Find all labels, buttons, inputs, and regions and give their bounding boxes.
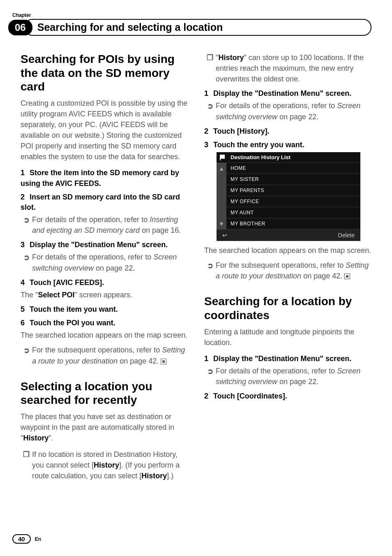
history-list: HOME MY SISTER MY PARENTS MY OFFICE MY A… [226,163,360,229]
screenshot-footer: ↩ Delete [217,229,360,241]
ref-text: For the subsequent operations, refer to … [32,345,188,366]
poi-sd-step-4-result: The "Select POI" screen appears. [21,290,188,300]
poi-sd-step-2: 2Insert an SD memory card into the SD ca… [21,192,188,213]
step-text: Display the "Destination Menu" screen. [213,354,351,363]
section-heading-coords: Searching for a location by coordinates [204,294,371,322]
poi-sd-step-1: 1Store the item into the SD memory card … [21,168,188,188]
scroll-up-icon[interactable]: ▲ [219,165,224,172]
list-item[interactable]: MY OFFICE [226,196,360,207]
step-text: Touch the item you want. [30,305,118,313]
poi-sd-step-4: 4Touch [AVIC FEEDS]. [21,278,188,288]
recent-step-1: 1Display the "Destination Menu" screen. [204,88,371,99]
poi-sd-step-3-ref: ➲ For details of the operations, refer t… [21,252,188,273]
step-text: Display the "Destination Menu" screen. [213,89,351,97]
step-text: Touch [Coordinates]. [213,392,287,400]
ref-text: For details of the operations, refer to … [216,100,371,122]
poi-sd-step-2-ref: ➲ For details of the operation, refer to… [21,214,188,236]
list-item[interactable]: MY PARENTS [226,185,360,196]
page-footer: 40 En [12,534,41,544]
step-text: Touch [AVIC FEEDS]. [30,278,104,287]
note-text: "History" can store up to 100 locations.… [216,52,371,84]
step-text: Insert an SD memory card into the SD car… [21,193,180,211]
recent-note-2: ❐ "History" can store up to 100 location… [204,52,371,84]
language-code: En [35,536,41,542]
poi-sd-step-6: 6Touch the POI you want. [21,318,188,328]
screenshot-title-bar: Destination History List [217,152,360,163]
note-icon: ❐ [204,52,216,84]
step-text: Touch the POI you want. [30,319,115,327]
step-text: Touch the entry you want. [213,141,304,149]
step-text: Display the "Destination Menu" screen. [30,241,168,249]
delete-button[interactable]: Delete [338,232,355,239]
goto-icon: ➲ [204,100,216,122]
ref-text: For details of the operation, refer to I… [32,214,188,236]
chapter-label: Chapter [12,12,371,18]
end-mark-icon: ■ [161,359,166,364]
coords-intro: Entering a latitude and longitude pinpoi… [204,327,371,348]
flag-icon [220,155,227,160]
poi-sd-step-3: 3Display the "Destination Menu" screen. [21,240,188,250]
ref-text: For details of the operations, refer to … [32,252,188,273]
goto-icon: ➲ [21,214,32,236]
ref-text: For the subsequent operations, refer to … [216,260,371,281]
goto-icon: ➲ [204,260,216,281]
recent-intro: The places that you have set as destinat… [21,411,188,443]
goto-icon: ➲ [21,345,32,366]
section-heading-poi-sd: Searching for POIs by using the data on … [21,52,188,94]
step-text: Store the item into the SD memory card b… [21,169,179,187]
list-item[interactable]: HOME [226,163,360,174]
poi-sd-step-5: 5Touch the item you want. [21,304,188,315]
coords-step-2: 2Touch [Coordinates]. [204,391,371,401]
poi-sd-step-6-ref: ➲ For the subsequent operations, refer t… [21,345,188,366]
coords-step-1-ref: ➲ For details of the operations, refer t… [204,366,371,387]
chapter-title: Searching for and selecting a location [37,21,223,33]
poi-sd-intro: Creating a customized POI is possible by… [21,98,188,162]
left-column: Searching for POIs by using the data on … [21,52,188,485]
coords-step-1: 1Display the "Destination Menu" screen. [204,354,371,364]
chapter-number-badge: 06 [8,20,32,35]
back-icon[interactable]: ↩ [222,232,227,239]
chapter-title-container: Searching for and selecting a location [24,19,371,36]
recent-step-3: 3Touch the entry you want. [204,140,371,150]
recent-step-3-result: The searched location appears on the map… [204,245,371,256]
goto-icon: ➲ [204,366,216,387]
note-text: If no location is stored in Destination … [32,449,188,481]
poi-sd-step-6-result: The searched location appears on the map… [21,330,188,341]
scroll-down-icon[interactable]: ▼ [219,220,224,227]
page-number: 40 [12,534,31,544]
recent-step-3-ref: ➲ For the subsequent operations, refer t… [204,260,371,281]
screenshot-title: Destination History List [231,154,291,160]
recent-step-1-ref: ➲ For details of the operations, refer t… [204,100,371,122]
goto-icon: ➲ [21,252,32,273]
section-heading-recent: Selecting a location you searched for re… [21,380,188,407]
list-item[interactable]: MY BROTHER [226,218,360,229]
recent-step-2: 2Touch [History]. [204,126,371,137]
right-column: ❐ "History" can store up to 100 location… [204,52,371,485]
scrollbar[interactable]: ▲ ▼ [217,163,226,229]
recent-note-1: ❐ If no location is stored in Destinatio… [21,449,188,481]
end-mark-icon: ■ [344,273,350,279]
ref-text: For details of the operations, refer to … [216,366,371,387]
step-text: Touch [History]. [213,127,270,135]
list-item[interactable]: MY SISTER [226,174,360,185]
list-item[interactable]: MY AUNT [226,207,360,218]
chapter-header: 06 Searching for and selecting a locatio… [8,19,371,36]
destination-history-screenshot: Destination History List ▲ ▼ HOME MY SIS… [217,152,360,241]
note-icon: ❐ [21,449,32,481]
